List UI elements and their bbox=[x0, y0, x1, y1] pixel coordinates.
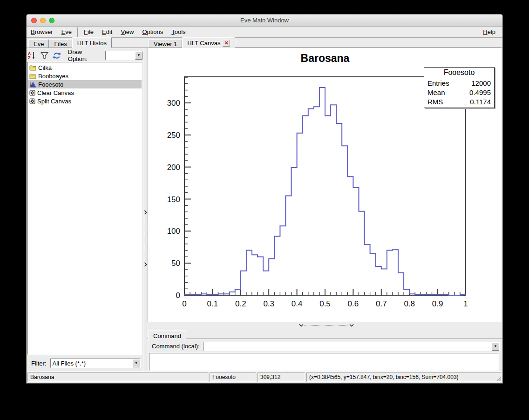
tab-eve[interactable]: Eve bbox=[28, 39, 49, 48]
command-input-combobox[interactable]: ▼ bbox=[203, 342, 500, 351]
command-label: Command (local): bbox=[152, 343, 200, 350]
tab-hlt-histos[interactable]: HLT Histos bbox=[72, 37, 112, 48]
close-tab-button[interactable]: ✕ bbox=[223, 40, 230, 47]
tab-hlt-canvas[interactable]: HLT Canvas ✕ bbox=[182, 37, 235, 48]
command-tabstrip: Command bbox=[148, 329, 186, 339]
funnel-icon[interactable] bbox=[40, 51, 49, 60]
tree-item-clear-canvas[interactable]: Clear Canvas bbox=[28, 88, 142, 97]
tab-command[interactable]: Command bbox=[148, 330, 186, 341]
svg-text:0.7: 0.7 bbox=[376, 299, 387, 308]
status-segment-object: Fooesoto bbox=[210, 373, 256, 382]
draw-option-combobox[interactable]: ▼ bbox=[105, 51, 143, 60]
svg-text:300: 300 bbox=[167, 99, 180, 108]
folder-icon bbox=[29, 73, 36, 79]
stats-rms-row: RMS 0.1174 bbox=[424, 97, 494, 108]
svg-text:0: 0 bbox=[182, 299, 186, 308]
chevron-right-icon[interactable] bbox=[144, 210, 147, 215]
svg-text:250: 250 bbox=[167, 131, 180, 140]
status-segment-event-info: (x=0.384565, y=157.847, binx=20, binc=15… bbox=[306, 373, 502, 382]
svg-text:0.9: 0.9 bbox=[432, 299, 443, 308]
sidebar-toolbar: A Z Draw Option: bbox=[27, 50, 143, 61]
menu-edit[interactable]: Edit bbox=[98, 27, 116, 37]
svg-text:0.4: 0.4 bbox=[292, 299, 303, 308]
svg-text:100: 100 bbox=[167, 227, 180, 236]
filter-row: Filter: All Files (*.*) ▼ bbox=[27, 358, 141, 368]
stats-entries-row: Entries 12000 bbox=[424, 78, 494, 88]
menu-file[interactable]: File bbox=[80, 27, 98, 37]
viewer-tabstrip: Viewer 1 HLT Canvas ✕ bbox=[149, 38, 235, 48]
chevron-down-icon[interactable] bbox=[299, 324, 304, 327]
sort-az-icon[interactable]: A Z bbox=[27, 51, 36, 60]
canvas-gear-icon bbox=[29, 98, 35, 104]
svg-text:Z: Z bbox=[28, 55, 30, 60]
plot-title: Barosana bbox=[184, 52, 466, 65]
svg-text:0.6: 0.6 bbox=[348, 299, 359, 308]
command-row: Command (local): ▼ bbox=[147, 340, 502, 352]
svg-text:0.5: 0.5 bbox=[319, 299, 331, 308]
status-bar: Barosana Fooesoto 309,312 (x=0.384565, y… bbox=[27, 371, 502, 383]
svg-text:200: 200 bbox=[167, 163, 180, 172]
vertical-splitter[interactable] bbox=[143, 48, 147, 371]
resize-grip[interactable] bbox=[496, 376, 502, 381]
draw-option-label: Draw Option: bbox=[68, 48, 102, 62]
status-segment-position: 309,312 bbox=[258, 373, 305, 382]
histogram-icon bbox=[29, 81, 36, 88]
menu-browser[interactable]: Browser bbox=[27, 27, 57, 37]
command-output[interactable] bbox=[149, 353, 499, 371]
close-icon: ✕ bbox=[224, 40, 229, 46]
chevron-down-icon[interactable]: ▼ bbox=[135, 51, 142, 60]
svg-text:0.1: 0.1 bbox=[207, 299, 218, 308]
svg-text:0.2: 0.2 bbox=[235, 299, 246, 308]
chevron-down-icon[interactable] bbox=[349, 324, 354, 327]
status-segment-title: Barosana bbox=[27, 373, 208, 382]
folder-icon bbox=[29, 65, 36, 71]
menu-divider bbox=[77, 27, 78, 37]
canvas-gear-icon bbox=[29, 90, 35, 96]
svg-text:150: 150 bbox=[167, 195, 180, 204]
splitter-dots bbox=[145, 217, 145, 261]
sidebar: A Z Draw Option: bbox=[27, 48, 143, 371]
tab-viewer-1[interactable]: Viewer 1 bbox=[149, 39, 182, 48]
filter-combobox[interactable]: All Files (*.*) ▼ bbox=[50, 359, 141, 368]
tree-item-booboayes[interactable]: Booboayes bbox=[28, 72, 142, 80]
horizontal-splitter[interactable] bbox=[147, 323, 502, 328]
histogram-tree: Cilka Booboayes Fooesoto bbox=[27, 62, 142, 355]
menu-view[interactable]: View bbox=[116, 27, 138, 37]
svg-text:0: 0 bbox=[176, 291, 180, 300]
chevron-down-icon[interactable]: ▼ bbox=[492, 342, 499, 351]
tree-item-cilka[interactable]: Cilka bbox=[28, 63, 142, 72]
command-strip-baseline bbox=[147, 339, 502, 339]
svg-text:0.3: 0.3 bbox=[263, 299, 274, 308]
svg-text:1: 1 bbox=[463, 299, 468, 308]
splitter-dots bbox=[304, 325, 348, 325]
sidebar-tabstrip: Eve Files HLT Histos bbox=[28, 38, 112, 48]
viewer-pane: Viewer 1 HLT Canvas ✕ Barosana 00.10.20.… bbox=[147, 14, 502, 371]
tree-item-fooesoto[interactable]: Fooesoto bbox=[28, 80, 142, 88]
chevron-down-icon[interactable]: ▼ bbox=[133, 359, 140, 367]
stats-mean-row: Mean 0.4995 bbox=[424, 88, 494, 97]
hlt-canvas[interactable]: Barosana 00.10.20.30.40.50.60.70.80.9105… bbox=[148, 47, 502, 322]
stats-title: Fooesoto bbox=[424, 68, 494, 78]
eve-main-window: Eve Main Window Browser Eve File Edit Vi… bbox=[26, 14, 503, 384]
stats-box[interactable]: Fooesoto Entries 12000 Mean 0.4995 RMS 0… bbox=[424, 67, 495, 108]
tree-item-split-canvas[interactable]: Split Canvas bbox=[28, 97, 142, 105]
svg-text:0.8: 0.8 bbox=[404, 299, 415, 308]
filter-label: Filter: bbox=[31, 360, 47, 367]
tab-files[interactable]: Files bbox=[49, 39, 72, 48]
svg-text:50: 50 bbox=[171, 259, 180, 268]
menu-eve[interactable]: Eve bbox=[57, 27, 76, 37]
refresh-icon[interactable] bbox=[53, 51, 61, 60]
chevron-right-icon[interactable] bbox=[144, 262, 147, 267]
